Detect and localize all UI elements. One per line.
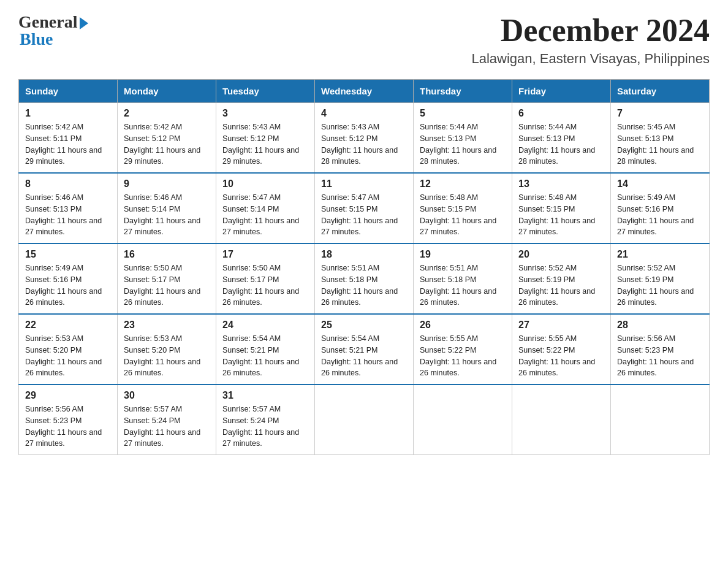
day-info: Sunrise: 5:50 AMSunset: 5:17 PMDaylight:…: [222, 262, 308, 308]
week-row-2: 8Sunrise: 5:46 AMSunset: 5:13 PMDaylight…: [19, 173, 710, 243]
location-text: Lalawigan, Eastern Visayas, Philippines: [472, 51, 710, 67]
day-number: 26: [420, 320, 506, 331]
week-row-1: 1Sunrise: 5:42 AMSunset: 5:11 PMDaylight…: [19, 103, 710, 174]
day-info: Sunrise: 5:51 AMSunset: 5:18 PMDaylight:…: [321, 262, 407, 308]
day-info: Sunrise: 5:49 AMSunset: 5:16 PMDaylight:…: [25, 262, 111, 308]
day-info: Sunrise: 5:42 AMSunset: 5:11 PMDaylight:…: [25, 121, 111, 167]
calendar-cell: 24Sunrise: 5:54 AMSunset: 5:21 PMDayligh…: [216, 314, 315, 385]
calendar-cell: 20Sunrise: 5:52 AMSunset: 5:19 PMDayligh…: [512, 243, 611, 314]
weekday-header-saturday: Saturday: [611, 80, 710, 103]
weekday-header-tuesday: Tuesday: [216, 80, 315, 103]
day-number: 24: [222, 320, 308, 331]
weekday-header-thursday: Thursday: [414, 80, 512, 103]
day-number: 10: [222, 178, 308, 190]
day-number: 13: [518, 178, 604, 190]
day-info: Sunrise: 5:53 AMSunset: 5:20 PMDaylight:…: [25, 333, 111, 379]
day-info: Sunrise: 5:43 AMSunset: 5:12 PMDaylight:…: [222, 121, 308, 167]
day-info: Sunrise: 5:47 AMSunset: 5:14 PMDaylight:…: [222, 192, 308, 238]
day-info: Sunrise: 5:50 AMSunset: 5:17 PMDaylight:…: [124, 262, 210, 308]
day-number: 2: [124, 108, 210, 119]
day-info: Sunrise: 5:56 AMSunset: 5:23 PMDaylight:…: [25, 404, 111, 450]
calendar-cell: 4Sunrise: 5:43 AMSunset: 5:12 PMDaylight…: [315, 103, 414, 174]
day-number: 12: [420, 178, 506, 190]
day-number: 30: [124, 390, 210, 401]
day-info: Sunrise: 5:56 AMSunset: 5:23 PMDaylight:…: [617, 333, 703, 379]
day-number: 28: [617, 320, 703, 331]
logo: General Blue: [18, 12, 88, 49]
day-info: Sunrise: 5:42 AMSunset: 5:12 PMDaylight:…: [124, 121, 210, 167]
calendar-cell: 17Sunrise: 5:50 AMSunset: 5:17 PMDayligh…: [216, 243, 315, 314]
day-number: 9: [124, 178, 210, 190]
day-info: Sunrise: 5:43 AMSunset: 5:12 PMDaylight:…: [321, 121, 407, 167]
day-info: Sunrise: 5:48 AMSunset: 5:15 PMDaylight:…: [420, 192, 506, 238]
calendar-cell: [315, 385, 414, 455]
day-info: Sunrise: 5:55 AMSunset: 5:22 PMDaylight:…: [518, 333, 604, 379]
week-row-3: 15Sunrise: 5:49 AMSunset: 5:16 PMDayligh…: [19, 243, 710, 314]
calendar-cell: 12Sunrise: 5:48 AMSunset: 5:15 PMDayligh…: [414, 173, 512, 243]
calendar-cell: 29Sunrise: 5:56 AMSunset: 5:23 PMDayligh…: [19, 385, 118, 455]
day-number: 7: [617, 108, 703, 119]
calendar-cell: 23Sunrise: 5:53 AMSunset: 5:20 PMDayligh…: [118, 314, 216, 385]
day-info: Sunrise: 5:52 AMSunset: 5:19 PMDaylight:…: [518, 262, 604, 308]
calendar-cell: 26Sunrise: 5:55 AMSunset: 5:22 PMDayligh…: [414, 314, 512, 385]
day-number: 22: [25, 320, 111, 331]
calendar-cell: 11Sunrise: 5:47 AMSunset: 5:15 PMDayligh…: [315, 173, 414, 243]
calendar-cell: 28Sunrise: 5:56 AMSunset: 5:23 PMDayligh…: [611, 314, 710, 385]
calendar-cell: 31Sunrise: 5:57 AMSunset: 5:24 PMDayligh…: [216, 385, 315, 455]
day-info: Sunrise: 5:44 AMSunset: 5:13 PMDaylight:…: [420, 121, 506, 167]
day-info: Sunrise: 5:54 AMSunset: 5:21 PMDaylight:…: [321, 333, 407, 379]
calendar-cell: 25Sunrise: 5:54 AMSunset: 5:21 PMDayligh…: [315, 314, 414, 385]
day-info: Sunrise: 5:46 AMSunset: 5:13 PMDaylight:…: [25, 192, 111, 238]
weekday-header-sunday: Sunday: [19, 80, 118, 103]
calendar-cell: 1Sunrise: 5:42 AMSunset: 5:11 PMDaylight…: [19, 103, 118, 174]
day-number: 6: [518, 108, 604, 119]
calendar-cell: 13Sunrise: 5:48 AMSunset: 5:15 PMDayligh…: [512, 173, 611, 243]
calendar-cell: 3Sunrise: 5:43 AMSunset: 5:12 PMDaylight…: [216, 103, 315, 174]
weekday-header-friday: Friday: [512, 80, 611, 103]
calendar-cell: [512, 385, 611, 455]
calendar-cell: 10Sunrise: 5:47 AMSunset: 5:14 PMDayligh…: [216, 173, 315, 243]
calendar-cell: 16Sunrise: 5:50 AMSunset: 5:17 PMDayligh…: [118, 243, 216, 314]
week-row-4: 22Sunrise: 5:53 AMSunset: 5:20 PMDayligh…: [19, 314, 710, 385]
day-info: Sunrise: 5:46 AMSunset: 5:14 PMDaylight:…: [124, 192, 210, 238]
calendar-cell: 30Sunrise: 5:57 AMSunset: 5:24 PMDayligh…: [118, 385, 216, 455]
day-info: Sunrise: 5:49 AMSunset: 5:16 PMDaylight:…: [617, 192, 703, 238]
day-number: 8: [25, 178, 111, 190]
calendar-cell: [611, 385, 710, 455]
weekday-header-monday: Monday: [118, 80, 216, 103]
day-number: 3: [222, 108, 308, 119]
calendar-cell: [414, 385, 512, 455]
day-number: 23: [124, 320, 210, 331]
calendar-cell: 22Sunrise: 5:53 AMSunset: 5:20 PMDayligh…: [19, 314, 118, 385]
calendar-cell: 19Sunrise: 5:51 AMSunset: 5:18 PMDayligh…: [414, 243, 512, 314]
day-info: Sunrise: 5:52 AMSunset: 5:19 PMDaylight:…: [617, 262, 703, 308]
day-info: Sunrise: 5:57 AMSunset: 5:24 PMDaylight:…: [222, 404, 308, 450]
day-number: 17: [222, 249, 308, 260]
calendar-cell: 18Sunrise: 5:51 AMSunset: 5:18 PMDayligh…: [315, 243, 414, 314]
day-info: Sunrise: 5:44 AMSunset: 5:13 PMDaylight:…: [518, 121, 604, 167]
day-info: Sunrise: 5:54 AMSunset: 5:21 PMDaylight:…: [222, 333, 308, 379]
day-info: Sunrise: 5:48 AMSunset: 5:15 PMDaylight:…: [518, 192, 604, 238]
calendar-cell: 2Sunrise: 5:42 AMSunset: 5:12 PMDaylight…: [118, 103, 216, 174]
calendar-cell: 7Sunrise: 5:45 AMSunset: 5:13 PMDaylight…: [611, 103, 710, 174]
day-number: 5: [420, 108, 506, 119]
month-title: December 2024: [472, 12, 710, 48]
page-header: General Blue December 2024 Lalawigan, Ea…: [18, 12, 710, 67]
logo-blue-text: Blue: [20, 29, 53, 49]
day-number: 29: [25, 390, 111, 401]
day-number: 14: [617, 178, 703, 190]
day-number: 4: [321, 108, 407, 119]
day-number: 16: [124, 249, 210, 260]
calendar-cell: 5Sunrise: 5:44 AMSunset: 5:13 PMDaylight…: [414, 103, 512, 174]
week-row-5: 29Sunrise: 5:56 AMSunset: 5:23 PMDayligh…: [19, 385, 710, 455]
calendar-cell: 15Sunrise: 5:49 AMSunset: 5:16 PMDayligh…: [19, 243, 118, 314]
day-info: Sunrise: 5:45 AMSunset: 5:13 PMDaylight:…: [617, 121, 703, 167]
day-number: 18: [321, 249, 407, 260]
logo-arrow-icon: [80, 17, 88, 29]
day-info: Sunrise: 5:57 AMSunset: 5:24 PMDaylight:…: [124, 404, 210, 450]
calendar-cell: 9Sunrise: 5:46 AMSunset: 5:14 PMDaylight…: [118, 173, 216, 243]
day-number: 19: [420, 249, 506, 260]
day-number: 1: [25, 108, 111, 119]
day-number: 21: [617, 249, 703, 260]
weekday-header-wednesday: Wednesday: [315, 80, 414, 103]
